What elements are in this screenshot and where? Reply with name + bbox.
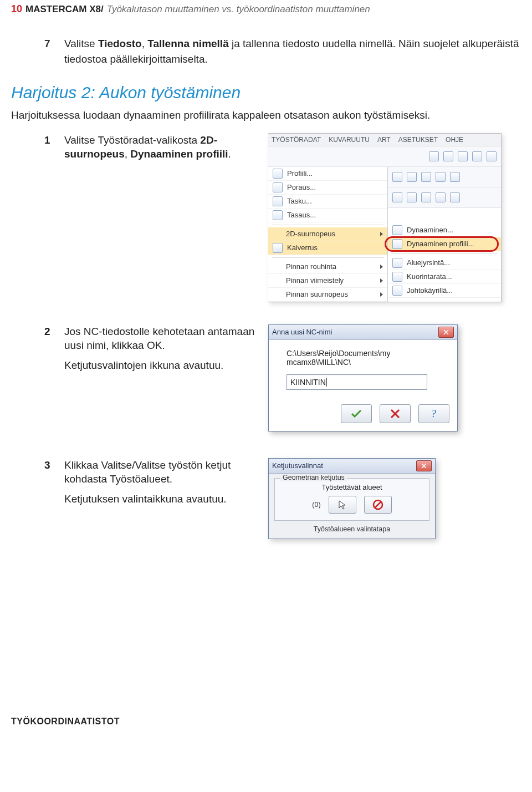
- ribbon-icon[interactable]: [407, 172, 417, 182]
- tab-kuvaruutu[interactable]: KUVARUUTU: [329, 136, 370, 146]
- tab-tyostoradat[interactable]: TYÖSTÖRADAT: [272, 136, 321, 146]
- menu-icon: [392, 225, 402, 235]
- step-text-line1: Jos NC-tiedostolle kehotetaan antamaan u…: [64, 324, 255, 353]
- tab-asetukset[interactable]: ASETUKSET: [398, 136, 438, 146]
- region-label: Työstettävät alueet: [280, 483, 423, 491]
- menu-item-tasku[interactable]: Tasku...: [268, 195, 387, 209]
- exercise-title: Harjoitus 2: Aukon työstäminen: [11, 83, 521, 102]
- step-number: 7: [44, 36, 54, 67]
- ribbon-icon[interactable]: [429, 151, 439, 161]
- ribbon-icon[interactable]: [450, 192, 460, 202]
- bold-1: Tiedosto: [98, 38, 142, 49]
- ribbon-icon[interactable]: [436, 172, 446, 182]
- header-title-sub: Työkalutason muuttaminen vs. työkoordina…: [107, 4, 370, 15]
- bottom-group-label: Työstöalueen valintatapa: [269, 525, 435, 539]
- menu-label: 2D-suurnopeus: [286, 230, 335, 238]
- menu-item-tasaus[interactable]: Tasaus...: [268, 209, 387, 222]
- menu-icon: [392, 286, 402, 296]
- ribbon-icon[interactable]: [392, 172, 402, 182]
- menu-label: Johtokäyrillä...: [407, 286, 453, 295]
- ribbon-icon[interactable]: [450, 172, 460, 182]
- dialog-path: C:\Users\Reijo\Documents\my mcamx8\MILL\…: [287, 349, 449, 367]
- chain-selection-dialog: Ketjutusvalinnat Geometrian ketjutus Työ…: [268, 458, 436, 539]
- menu-label: Pinnan viimeistely: [286, 276, 344, 285]
- menu-item-pinnan-viimeistely[interactable]: Pinnan viimeistely: [268, 274, 387, 288]
- menu-item-pinnan-suurnopeus[interactable]: Pinnan suurnopeus: [268, 288, 387, 302]
- submenu-item-johtokayrilla[interactable]: Johtokäyrillä...: [388, 284, 501, 298]
- step-number: 2: [44, 324, 54, 353]
- ribbon-row-1: [268, 146, 501, 167]
- tab-art[interactable]: ART: [377, 136, 391, 146]
- ribbon-icon[interactable]: [421, 192, 431, 202]
- text-pre: Valitse: [64, 38, 98, 49]
- cancel-button[interactable]: [380, 404, 411, 423]
- text-mid: ,: [142, 38, 148, 49]
- step-7: 7 Valitse Tiedosto, Tallenna nimellä ja …: [44, 36, 521, 67]
- geometry-chaining-group: Geometrian ketjutus Työstettävät alueet …: [274, 478, 429, 521]
- menu-icon: [273, 243, 283, 253]
- step-number: 1: [44, 133, 54, 161]
- menu-icon: [273, 196, 283, 206]
- step-number: 3: [44, 458, 54, 486]
- menu-item-2d-suurnopeus[interactable]: 2D-suurnopeus: [268, 227, 387, 241]
- menu-item-poraus[interactable]: Poraus...: [268, 181, 387, 195]
- menu-item-profiili[interactable]: Profiili...: [268, 167, 387, 181]
- group-legend: Geometrian ketjutus: [280, 474, 347, 481]
- svg-text:?: ?: [431, 408, 436, 419]
- menu-figure: TYÖSTÖRADAT KUVARUUTU ART ASETUKSET OHJE: [268, 133, 502, 302]
- step-text: Valitse Tiedosto, Tallenna nimellä ja ta…: [64, 36, 521, 67]
- select-chains-button[interactable]: [329, 496, 356, 514]
- ok-button[interactable]: [341, 404, 372, 423]
- nc-name-dialog: Anna uusi NC-nimi C:\Users\Reijo\Documen…: [268, 324, 458, 431]
- help-button[interactable]: ?: [418, 404, 449, 423]
- menu-label: Pinnan rouhinta: [286, 262, 336, 271]
- nc-name-input[interactable]: KIINNITIN: [287, 374, 427, 390]
- close-button[interactable]: [438, 327, 454, 338]
- ribbon-icon[interactable]: [472, 151, 482, 161]
- submenu-item-aluejyrsinta[interactable]: Aluejyrsintä...: [388, 256, 501, 270]
- ribbon-icon[interactable]: [392, 192, 402, 202]
- submenu-item-kuorintarata[interactable]: Kuorintarata...: [388, 270, 501, 284]
- menu-label: Profiili...: [287, 169, 313, 177]
- menu-left-column: Profiili... Poraus... Tasku... Tasaus...…: [268, 167, 388, 302]
- dialog-title: Anna uusi NC-nimi: [272, 328, 332, 336]
- bold-2: Dynaaminen profiili: [130, 148, 228, 160]
- menu-label: Tasaus...: [287, 211, 316, 219]
- clear-chains-button[interactable]: [364, 496, 392, 514]
- menu-item-pinnan-rouhinta[interactable]: Pinnan rouhinta: [268, 260, 387, 274]
- submenu-item-dynaaminen[interactable]: Dynaaminen...: [388, 224, 501, 237]
- step-text-line1: Klikkaa Valitse/Valitse työstön ketjut k…: [64, 458, 255, 486]
- close-button[interactable]: [416, 460, 432, 471]
- tab-ohje[interactable]: OHJE: [446, 136, 463, 146]
- ribbon-icon[interactable]: [487, 151, 497, 161]
- ribbon-row-3: [388, 187, 501, 208]
- submenu-item-dynaaminen-profiili[interactable]: Dynaaminen profiili...: [388, 237, 501, 251]
- dialog-titlebar: Anna uusi NC-nimi: [269, 325, 457, 340]
- menu-divider: [391, 253, 498, 254]
- close-icon: [421, 463, 427, 469]
- cursor-icon: [337, 499, 348, 510]
- step-text-line2: Ketjutuksen valintaikkuna avautuu.: [64, 493, 255, 505]
- menu-label: Kuorintarata...: [407, 272, 452, 281]
- footer-text: TYÖKOORDINAATISTOT: [11, 717, 521, 727]
- question-icon: ?: [428, 408, 439, 420]
- close-icon: [443, 329, 449, 335]
- bold-2: Tallenna nimellä: [147, 38, 228, 49]
- menu-icon: [273, 182, 283, 192]
- text-mid: ,: [125, 148, 131, 160]
- menu-divider: [272, 225, 384, 225]
- check-icon: [350, 409, 362, 419]
- menu-item-kaiverrus[interactable]: Kaiverrus: [268, 241, 387, 255]
- menu-label: Tasku...: [287, 197, 312, 205]
- menu-label: Poraus...: [287, 183, 316, 191]
- ribbon-icon[interactable]: [443, 151, 453, 161]
- text-post: .: [228, 148, 231, 160]
- ribbon-row-2: [388, 167, 501, 187]
- ribbon-icon[interactable]: [407, 192, 417, 202]
- x-icon: [390, 408, 401, 419]
- dialog-titlebar: Ketjutusvalinnat: [269, 459, 435, 474]
- ribbon-icon[interactable]: [421, 172, 431, 182]
- ribbon-icon[interactable]: [458, 151, 468, 161]
- ribbon-icon[interactable]: [436, 192, 446, 202]
- menu-label: Kaiverrus: [287, 243, 318, 252]
